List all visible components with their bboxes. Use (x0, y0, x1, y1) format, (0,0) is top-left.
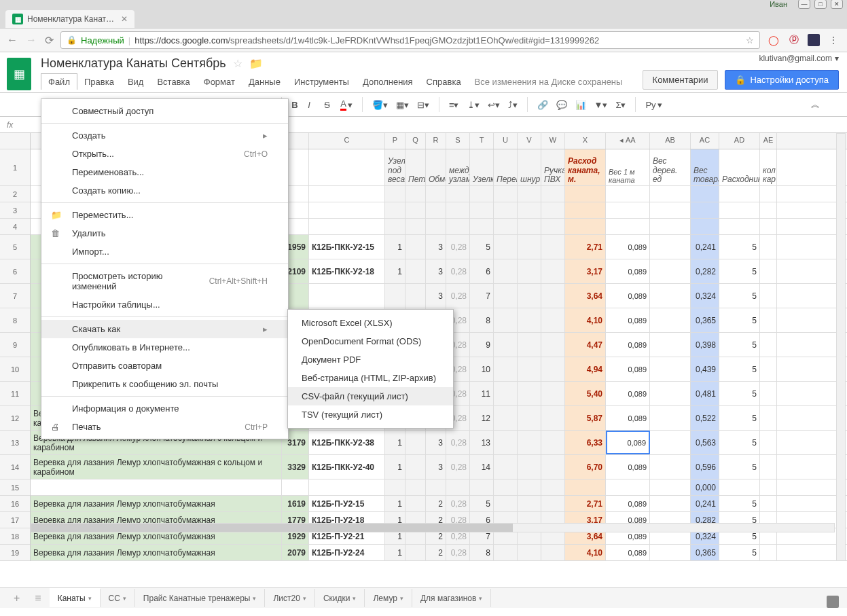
cell[interactable]: 5 (719, 259, 760, 283)
filter-button[interactable]: ▼▾ (592, 98, 611, 111)
cell[interactable] (426, 479, 446, 495)
menu-download-as[interactable]: Скачать как▸ (41, 320, 288, 338)
cell[interactable]: 4,10 (565, 545, 606, 560)
cell[interactable] (541, 357, 565, 381)
cell[interactable]: 4,94 (565, 357, 606, 381)
cell[interactable]: 6,33 (565, 431, 606, 454)
cell[interactable]: 5,40 (565, 382, 606, 405)
cell[interactable]: 0,28 (446, 235, 470, 259)
cell[interactable]: 7 (470, 284, 494, 308)
cell[interactable]: 1 (385, 431, 406, 454)
cell[interactable] (494, 357, 518, 381)
cell[interactable] (385, 479, 406, 495)
cell[interactable] (282, 479, 309, 495)
browser-tab[interactable]: ▦ Номенклатура Канаты Се ✕ (5, 10, 134, 28)
cell[interactable] (406, 259, 426, 283)
cell[interactable]: 13 (470, 431, 494, 454)
cell[interactable]: 0,000 (691, 479, 719, 495)
cell[interactable]: 6,70 (565, 455, 606, 479)
cell[interactable]: 0,28 (446, 545, 470, 560)
cell[interactable]: Веревка для лазания Лемур хлопчатобумажн… (31, 496, 282, 511)
sheet-tab[interactable]: Канаты▾ (50, 588, 101, 607)
cell[interactable] (541, 382, 565, 405)
cell[interactable]: 1619 (282, 496, 309, 511)
cell[interactable] (494, 259, 518, 283)
download-csv[interactable]: CSV-файл (текущий лист) (288, 387, 453, 405)
borders-button[interactable]: ▦▾ (393, 98, 412, 111)
menu-help[interactable]: Справка (420, 74, 468, 90)
cell[interactable] (650, 235, 691, 259)
italic-button[interactable]: I (305, 98, 319, 111)
cell[interactable]: 0,089 (606, 308, 650, 332)
cell[interactable]: 2079 (282, 545, 309, 560)
field-header[interactable]: Вес товара (691, 149, 719, 185)
cell[interactable] (518, 545, 541, 560)
cell[interactable] (760, 235, 777, 259)
text-color-button[interactable]: A ▾ (338, 97, 355, 112)
cell[interactable] (541, 259, 565, 283)
cell[interactable] (406, 455, 426, 479)
cell[interactable]: 0,596 (691, 455, 719, 479)
menu-format[interactable]: Формат (197, 74, 242, 90)
cell[interactable]: 5 (719, 382, 760, 405)
cell[interactable] (406, 479, 426, 495)
field-header[interactable]: Расходники (719, 149, 760, 185)
cell[interactable]: 3,17 (565, 259, 606, 283)
cell[interactable]: 3329 (282, 455, 309, 479)
cell[interactable] (518, 357, 541, 381)
menu-delete[interactable]: 🗑Удалить (41, 224, 288, 242)
cell[interactable] (518, 284, 541, 308)
cell[interactable]: К12Б-П-У2-15 (309, 496, 385, 511)
field-header[interactable]: Узел под веса (385, 149, 406, 185)
sheet-tab[interactable]: Лемур▾ (365, 589, 412, 607)
cell[interactable]: 0,089 (606, 455, 650, 479)
cell[interactable] (760, 284, 777, 308)
cell[interactable] (760, 545, 777, 560)
collapse-toolbar-icon[interactable]: ︽ (811, 98, 820, 111)
field-header[interactable]: Ручка ПВХ (541, 149, 565, 185)
cell[interactable] (494, 455, 518, 479)
cell[interactable] (541, 431, 565, 454)
column-header[interactable]: AD (719, 133, 760, 149)
cell[interactable] (518, 235, 541, 259)
cell[interactable] (406, 235, 426, 259)
all-sheets-button[interactable]: ≡ (28, 590, 48, 607)
comments-button[interactable]: Комментарии (643, 70, 719, 90)
vertical-scrollbar[interactable] (836, 133, 846, 561)
cell[interactable] (760, 496, 777, 511)
menu-edit[interactable]: Правка (77, 74, 121, 90)
cell[interactable]: 9 (470, 333, 494, 357)
cell[interactable]: К12Б-ПКК-У2-15 (309, 235, 385, 259)
cell[interactable] (406, 545, 426, 560)
cell[interactable]: 0,324 (691, 284, 719, 308)
cell[interactable] (494, 284, 518, 308)
cell[interactable] (650, 496, 691, 511)
cell[interactable] (494, 496, 518, 511)
column-header[interactable]: X (565, 133, 606, 149)
cell[interactable]: 3 (426, 235, 446, 259)
cell[interactable] (494, 545, 518, 560)
input-lang-button[interactable]: Ру▾ (643, 98, 664, 111)
column-header[interactable]: AB (650, 133, 691, 149)
cell[interactable] (650, 333, 691, 357)
cell[interactable]: 0,089 (606, 333, 650, 357)
cell[interactable]: 0,089 (606, 382, 650, 405)
sheet-tab[interactable]: Для магазинов▾ (412, 589, 491, 607)
menu-tools[interactable]: Инструменты (287, 74, 356, 90)
share-button[interactable]: 🔒Настройки доступа (725, 70, 839, 90)
chart-button[interactable]: 📊 (573, 98, 589, 111)
cell[interactable]: 6 (470, 259, 494, 283)
wrap-button[interactable]: ↩▾ (485, 98, 503, 111)
menu-doc-info[interactable]: Информация о документе (41, 399, 288, 418)
column-header[interactable]: W (541, 133, 565, 149)
cell[interactable]: 5 (719, 357, 760, 381)
cell[interactable] (541, 406, 565, 430)
menu-copy[interactable]: Создать копию... (41, 181, 288, 200)
cell[interactable]: 0,282 (691, 259, 719, 283)
cell[interactable]: 12 (470, 406, 494, 430)
cell[interactable] (446, 479, 470, 495)
cell[interactable] (760, 308, 777, 332)
cell[interactable] (494, 235, 518, 259)
maximize-button[interactable]: □ (814, 0, 827, 9)
strike-button[interactable]: S (321, 98, 335, 111)
